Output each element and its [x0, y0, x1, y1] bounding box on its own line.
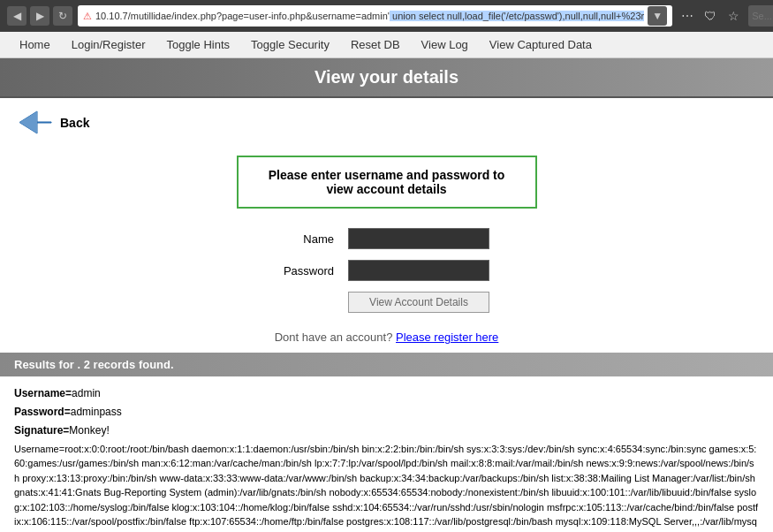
nav-reset-db[interactable]: Reset DB	[340, 32, 411, 58]
name-input-cell	[341, 223, 496, 255]
nav-toggle-hints[interactable]: Toggle Hints	[156, 32, 241, 58]
password-label: Password	[277, 255, 341, 286]
dump-line-0: Username=root:x:0:0:root:/root:/bin/bash…	[14, 442, 759, 532]
dropdown-button[interactable]: ▼	[648, 6, 667, 26]
back-button[interactable]: Back	[60, 116, 89, 130]
register-link[interactable]: Please register here	[396, 331, 498, 344]
name-label: Name	[277, 223, 341, 255]
login-form-container: Please enter username and password to vi…	[78, 156, 696, 344]
result-password-value: adminpass	[71, 406, 122, 418]
data-dump: Username=root:x:0:0:root:/root:/bin/bash…	[14, 442, 759, 532]
nav-login-register[interactable]: Login/Register	[61, 32, 156, 58]
result-password-label: Password=	[14, 406, 71, 418]
password-input-cell	[341, 255, 496, 286]
forward-nav-button[interactable]: ▶	[30, 6, 49, 26]
submit-row: View Account Details	[277, 286, 496, 318]
reload-button[interactable]: ↻	[53, 6, 72, 26]
security-warning-icon: ⚠	[83, 11, 92, 22]
login-form-table: Name Password View Account Details	[277, 223, 496, 318]
back-arrow-icon	[18, 107, 53, 138]
name-input[interactable]	[348, 228, 489, 249]
nav-home[interactable]: Home	[9, 32, 61, 58]
username-row: Username=admin	[14, 385, 759, 402]
password-row: Password	[277, 255, 496, 286]
data-section: Username=admin Password=adminpass Signat…	[0, 376, 773, 532]
browser-action-buttons: ⋯ 🛡 ☆	[678, 6, 743, 26]
page-content: View your details Back Please enter user…	[0, 58, 773, 532]
address-bar[interactable]: ⚠ 10.10.7/mutillidae/index.php?page=user…	[78, 5, 672, 27]
star-button[interactable]: ☆	[724, 6, 743, 26]
view-account-button[interactable]: View Account Details	[348, 292, 489, 313]
signature-value: Monkey!	[69, 424, 109, 437]
results-banner: Results for . 2 records found.	[0, 353, 773, 376]
password-row-result: Password=adminpass	[14, 404, 759, 421]
username-value: admin	[72, 387, 101, 399]
signature-label: Signature=	[14, 424, 69, 437]
name-row: Name	[277, 223, 496, 255]
nav-view-captured-data[interactable]: View Captured Data	[479, 32, 602, 58]
page-title: View your details	[0, 58, 773, 98]
nav-toggle-security[interactable]: Toggle Security	[240, 32, 340, 58]
browser-chrome: ◀ ▶ ↻ ⚠ 10.10.7/mutillidae/index.php?pag…	[0, 0, 773, 32]
password-input[interactable]	[348, 260, 489, 281]
nav-view-log[interactable]: View Log	[411, 32, 479, 58]
nav-buttons: ◀ ▶ ↻	[7, 6, 72, 26]
back-nav-button[interactable]: ◀	[7, 6, 27, 26]
menu-button[interactable]: ⋯	[678, 6, 697, 26]
search-input[interactable]	[748, 5, 773, 27]
submit-cell: View Account Details	[341, 286, 496, 318]
url-highlight: union select null,load_file('/etc/passwd…	[390, 11, 644, 21]
username-label: Username=	[14, 387, 72, 399]
bookmark-button[interactable]: 🛡	[701, 6, 720, 26]
signature-row: Signature=Monkey!	[14, 422, 759, 439]
login-prompt: Please enter username and password to vi…	[237, 156, 537, 209]
url-text: 10.10.7/mutillidae/index.php?page=user-i…	[95, 11, 644, 21]
back-area: Back	[0, 98, 773, 147]
register-text: Dont have an account? Please register he…	[275, 331, 499, 344]
nav-menu: Home Login/Register Toggle Hints Toggle …	[0, 32, 773, 58]
